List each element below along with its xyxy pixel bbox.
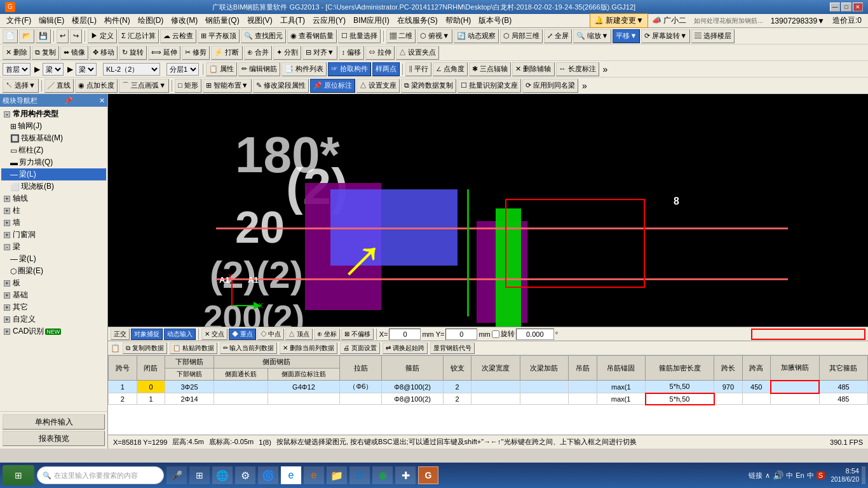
pt-angle-btn[interactable]: ∠ 点角度	[433, 62, 468, 76]
flat-btn[interactable]: 平移▼	[613, 29, 640, 43]
mod-seg-prop-btn[interactable]: ✎ 修改梁段属性	[253, 79, 309, 93]
parallel-btn[interactable]: ‖ 平行	[405, 62, 431, 76]
cell-spanheight2[interactable]	[742, 393, 771, 405]
pick-member-btn[interactable]: ☞ 拾取构件	[328, 62, 371, 76]
menu-file[interactable]: 文件(F)	[3, 14, 35, 27]
tree-node-board[interactable]: + 板	[1, 277, 106, 289]
redo-btn[interactable]: ↪	[70, 29, 82, 43]
mirror-btn[interactable]: ⬌ 镜像	[60, 46, 88, 60]
cell-sideoriginal2[interactable]	[268, 393, 340, 405]
layer-select[interactable]: 分层1	[166, 63, 199, 76]
member-type-select[interactable]: 梁	[43, 63, 64, 76]
del-axis-btn[interactable]: ✕ 删除辅轴	[512, 62, 554, 76]
table-container[interactable]: 跨号 闭筋 下部钢筋 侧面钢筋 拉筋 箍筋 铰支 次梁宽度 次梁加筋 吊筋 吊筋…	[108, 355, 868, 435]
tree-node-beam-l[interactable]: — 梁(L)	[1, 253, 106, 265]
cell-hinge[interactable]: 2	[443, 381, 471, 393]
maximize-button[interactable]: □	[841, 3, 851, 11]
new-btn[interactable]: 📄	[3, 29, 18, 43]
cell-hoop2[interactable]: 1	[137, 393, 165, 405]
toppt-btn[interactable]: △ 顶点	[285, 329, 313, 340]
menu-gxe[interactable]: 📣 广小二	[648, 14, 690, 27]
cell-denselen2[interactable]: 5*h,50	[646, 393, 714, 405]
cell-hoop[interactable]: 0	[137, 381, 165, 393]
report-preview-btn[interactable]: 报表预览	[3, 431, 105, 446]
taskbar-app-e1[interactable]: e	[281, 466, 301, 484]
menu-edit[interactable]: 编辑(E)	[35, 14, 68, 27]
menu-bim[interactable]: BIM应用(I)	[349, 14, 393, 27]
cloud-check-btn[interactable]: ☁ 云检查	[160, 29, 196, 43]
taskbar-app-3[interactable]: 🌀	[258, 466, 278, 484]
copy-span-btn[interactable]: ⧉ 梁跨数据复制	[401, 79, 456, 93]
3pt-axis-btn[interactable]: ✱ 三点辐轴	[469, 62, 511, 76]
tree-node-custom[interactable]: + 自定义	[1, 313, 106, 325]
tray-s[interactable]: S	[817, 471, 825, 479]
nav-close[interactable]: ✕	[99, 97, 105, 105]
tree-node-opening[interactable]: + 门窗洞	[1, 229, 106, 241]
batch-select-btn[interactable]: ☐ 批量选择	[338, 29, 381, 43]
tree-node-col[interactable]: + 柱	[1, 205, 106, 217]
taskbar-app-2[interactable]: ⚙	[235, 466, 255, 484]
swap-start-btn[interactable]: ⇄ 调换起始跨	[383, 342, 428, 354]
task-view-btn[interactable]: ⊞	[189, 466, 210, 484]
2d-btn[interactable]: ▦ 二维	[386, 29, 416, 43]
rotate-input[interactable]	[516, 329, 554, 340]
tray-speaker[interactable]: 🔊	[773, 470, 783, 480]
find-elem-btn[interactable]: 🔍 查找图元	[241, 29, 286, 43]
cortana-mic[interactable]: 🎤	[166, 466, 187, 484]
tree-node-axisnet[interactable]: ⊞ 轴网(J)	[1, 120, 106, 132]
open-btn[interactable]: 📂	[19, 29, 34, 43]
taskbar-app-plus[interactable]: ✚	[395, 466, 416, 484]
menu-modify[interactable]: 修改(M)	[167, 14, 201, 27]
tree-node-axis[interactable]: + 轴线	[1, 193, 106, 205]
sample-two-pts-btn[interactable]: 样两点	[372, 62, 400, 76]
coord-btn[interactable]: ⊕ 坐标	[314, 329, 340, 340]
member-list-btn[interactable]: 📑 构件列表	[281, 62, 327, 76]
taskbar-app-green[interactable]: ⊕	[372, 466, 393, 484]
menu-help[interactable]: 帮助(H)	[442, 14, 475, 27]
stretch-btn[interactable]: ⇔ 拉伸	[365, 46, 395, 60]
cell-hanging[interactable]	[569, 381, 597, 393]
menu-tools[interactable]: 工具(T)	[276, 14, 309, 27]
cell-additional2[interactable]	[771, 393, 819, 405]
key-pt-btn[interactable]: ◆ 重点	[229, 329, 256, 340]
tree-node-foundation[interactable]: + 基础	[1, 289, 106, 301]
cell-hanging2[interactable]	[569, 393, 597, 405]
cell-sidelabel2[interactable]	[214, 393, 268, 405]
taskbar-app-1[interactable]: 🌐	[212, 466, 233, 484]
tree-node-cad[interactable]: + CAD识别 NEW	[1, 325, 106, 337]
cell-stirrup2[interactable]: Φ8@100(2)	[382, 393, 443, 405]
cell-other2[interactable]: 485	[819, 393, 867, 405]
extend-btn[interactable]: ⟺ 延伸	[148, 46, 180, 60]
line-btn[interactable]: ╱ 直线	[44, 79, 74, 93]
cell-pull2[interactable]	[340, 393, 382, 405]
cell-additional[interactable]	[771, 381, 819, 393]
cell-hanganchor[interactable]: max(1	[597, 381, 645, 393]
dyn-input-btn[interactable]: 动态输入	[164, 329, 196, 340]
menu-view[interactable]: 视图(V)	[243, 14, 276, 27]
cell-spanheight[interactable]: 450	[742, 381, 771, 393]
obj-snap-btn[interactable]: 对象捕捉	[131, 329, 163, 340]
cell-spanlong[interactable]: 970	[714, 381, 743, 393]
tree-node-beamsec[interactable]: - 梁	[1, 241, 106, 253]
cell-sideoriginal[interactable]: G4Φ12	[268, 381, 340, 393]
cross-btn[interactable]: ✕ 交点	[201, 329, 227, 340]
rotate-btn[interactable]: ↻ 旋转	[119, 46, 147, 60]
menu-member[interactable]: 构件(N)	[100, 14, 134, 27]
menu-bean[interactable]: 造价豆:0	[829, 14, 865, 27]
cell-other[interactable]: 485	[819, 381, 867, 393]
cell-stirrup[interactable]: Φ8@100(2)	[382, 381, 443, 393]
nav-pin[interactable]: 📌	[64, 97, 73, 105]
dynamic-view-btn[interactable]: 🔄 动态观察	[454, 29, 499, 43]
paste-span-data-btn[interactable]: 📋 粘贴跨数据	[170, 342, 217, 354]
close-button[interactable]: ✕	[853, 3, 863, 11]
taskbar-app-folder[interactable]: 📁	[327, 466, 347, 484]
menu-cloud[interactable]: 云应用(Y)	[309, 14, 349, 27]
menu-rebar-qty[interactable]: 钢筋量(Q)	[201, 14, 243, 27]
menu-online[interactable]: 在线服务(S)	[393, 14, 442, 27]
taskbar-app-e2[interactable]: e	[304, 466, 324, 484]
table-row[interactable]: 2 1 2Φ14 Φ8@100(2) 2 max(1	[109, 393, 868, 405]
input-col-btn[interactable]: ✏ 输入当前列数据	[220, 342, 278, 354]
break-btn[interactable]: ⚡ 打断	[211, 46, 242, 60]
cell-subwidth[interactable]	[471, 381, 520, 393]
menu-phone[interactable]: 13907298339▼	[767, 15, 829, 27]
